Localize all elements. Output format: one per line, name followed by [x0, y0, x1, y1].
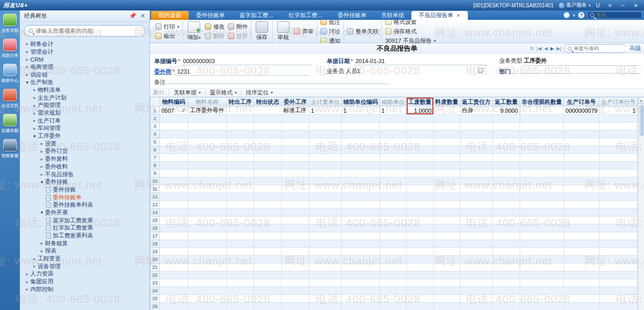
tree-item[interactable]: ▸产能管理: [24, 102, 150, 110]
tree-item[interactable]: ▾工序委外: [24, 132, 150, 140]
table-row[interactable]: 17: [151, 232, 638, 240]
column-header[interactable]: 物料名称: [188, 98, 226, 106]
table-row[interactable]: 14: [151, 209, 638, 217]
column-header[interactable]: 辅助单位编码: [341, 98, 380, 106]
grid-cell[interactable]: [341, 217, 380, 224]
chevron-right-icon[interactable]: ▸: [39, 164, 45, 169]
grid-cell[interactable]: [341, 279, 380, 287]
grid-cell[interactable]: [226, 256, 254, 264]
tree-item[interactable]: ▸车间管理: [24, 125, 150, 133]
grid-cell[interactable]: [341, 256, 380, 264]
grid-cell[interactable]: [520, 115, 564, 123]
grid-cell[interactable]: [159, 248, 188, 256]
grid-cell[interactable]: [226, 279, 254, 287]
grid-cell[interactable]: [599, 240, 637, 248]
column-header[interactable]: 物料编码: [159, 98, 188, 106]
grid-cell[interactable]: [281, 295, 309, 303]
grid-cell[interactable]: [281, 201, 309, 209]
grid-cell[interactable]: [226, 177, 254, 185]
grid-cell[interactable]: [380, 162, 406, 170]
top-search[interactable]: [588, 11, 642, 19]
grid-cell[interactable]: [309, 303, 341, 310]
column-header[interactable]: 转出状态: [254, 98, 281, 106]
grid-cell[interactable]: [380, 185, 406, 193]
grid-cell[interactable]: [406, 295, 433, 303]
tree-item[interactable]: 委外挂账: [24, 186, 150, 194]
tree-item[interactable]: ▸财务核算: [24, 240, 150, 247]
sidebar-search-input[interactable]: [36, 28, 141, 34]
grid-cell[interactable]: 1.0000: [406, 106, 433, 115]
rail-item[interactable]: 实施导航: [1, 114, 19, 134]
grid-cell[interactable]: [226, 240, 254, 248]
grid-cell[interactable]: [341, 115, 380, 123]
column-header[interactable]: 转出工序: [226, 98, 254, 106]
grid-cell[interactable]: [380, 130, 406, 138]
table-row[interactable]: 10: [151, 177, 638, 185]
grid-cell[interactable]: [226, 115, 254, 123]
table-row[interactable]: 9: [151, 170, 638, 177]
grid-cell[interactable]: [380, 123, 406, 130]
chevron-right-icon[interactable]: ▸: [31, 95, 38, 100]
grid-cell[interactable]: [254, 240, 281, 248]
grid-cell[interactable]: [520, 185, 564, 193]
grid-cell[interactable]: [281, 232, 309, 240]
grid-cell[interactable]: [341, 170, 380, 177]
barcode-search[interactable]: [564, 44, 627, 53]
grid-cell[interactable]: [226, 232, 254, 240]
grid-cell[interactable]: [492, 193, 520, 201]
locate-icon[interactable]: [478, 68, 483, 73]
customer-service-menu[interactable]: 客户服务 ▾: [559, 2, 591, 9]
grid-cell[interactable]: [188, 303, 226, 310]
grid-cell[interactable]: [188, 256, 226, 264]
chevron-down-icon[interactable]: ▾: [39, 180, 45, 185]
grid-cell[interactable]: 0000000079: [564, 106, 599, 115]
grid-cell[interactable]: [254, 248, 281, 256]
grid-cell[interactable]: [380, 115, 406, 123]
grid-cell[interactable]: [226, 170, 254, 177]
grid-cell[interactable]: [460, 271, 492, 279]
grid-cell[interactable]: [460, 303, 492, 310]
attachment-button[interactable]: 附件: [228, 23, 248, 31]
grid-cell[interactable]: [520, 240, 564, 248]
table-row[interactable]: 16: [151, 224, 638, 232]
grid-cell[interactable]: [380, 193, 406, 201]
grid-cell[interactable]: 1: [309, 106, 341, 115]
grid-cell[interactable]: [341, 240, 380, 248]
grid-cell[interactable]: [460, 115, 492, 123]
grid-cell[interactable]: [254, 170, 281, 177]
grid-cell[interactable]: [226, 130, 254, 138]
grid-cell[interactable]: [254, 185, 281, 193]
table-row[interactable]: 3: [151, 123, 638, 130]
grid-cell[interactable]: [433, 279, 460, 287]
grid-cell[interactable]: [406, 123, 433, 130]
chevron-down-icon[interactable]: ▾: [31, 134, 38, 139]
grid-cell[interactable]: [460, 201, 492, 209]
grid-cell[interactable]: [309, 201, 341, 209]
grid-cell[interactable]: [599, 146, 637, 154]
chevron-right-icon[interactable]: ▸: [31, 118, 38, 123]
grid-cell[interactable]: [520, 232, 564, 240]
grid-cell[interactable]: [492, 123, 520, 130]
grid-cell[interactable]: [564, 217, 599, 224]
discuss-button[interactable]: 讨论: [320, 28, 340, 35]
grid-cell[interactable]: [520, 123, 564, 130]
tree-item[interactable]: ▸委外订货: [24, 148, 150, 156]
tree-item[interactable]: ▸不良品报告: [24, 171, 150, 178]
grid-cell[interactable]: [564, 303, 599, 310]
grid-cell[interactable]: [341, 295, 380, 303]
grid-cell[interactable]: 工序委外母件: [188, 106, 226, 115]
grid-cell[interactable]: [460, 217, 492, 224]
grid-cell[interactable]: [599, 170, 637, 177]
grid-cell[interactable]: [406, 303, 433, 310]
tab[interactable]: 关联单据: [374, 11, 411, 20]
chevron-right-icon[interactable]: ▸: [24, 57, 30, 62]
grid-cell[interactable]: [433, 170, 460, 177]
chevron-right-icon[interactable]: ▸: [31, 126, 38, 131]
table-row[interactable]: 13: [151, 201, 638, 209]
grid-cell[interactable]: [599, 201, 637, 209]
chevron-down-icon[interactable]: ▾: [573, 13, 575, 18]
grid-cell[interactable]: [599, 256, 637, 264]
tree-item[interactable]: ▸报表: [24, 247, 150, 255]
add-button[interactable]: 增加▾: [186, 21, 202, 41]
rail-item[interactable]: 报表中心: [1, 64, 19, 84]
